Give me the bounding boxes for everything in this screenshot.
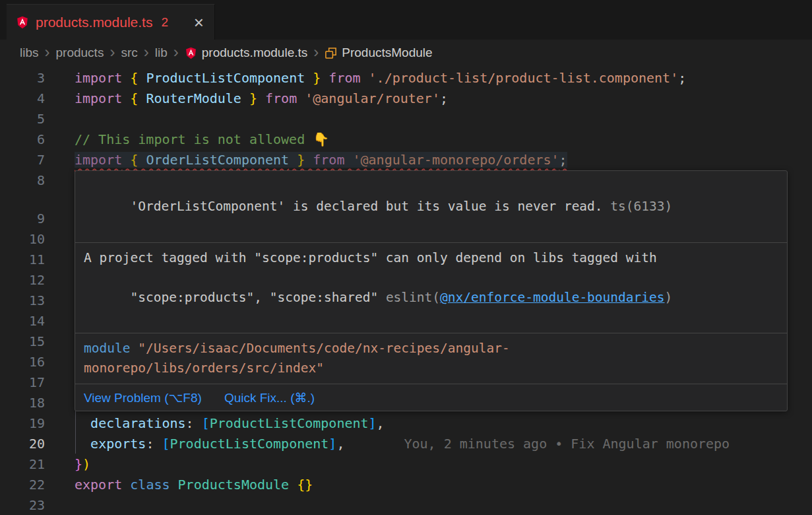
token — [138, 70, 146, 86]
module-keyword: module — [84, 341, 130, 356]
token: ; — [678, 70, 686, 86]
error-hover-tooltip: 'OrderListComponent' is declared but its… — [75, 170, 788, 411]
line-number: 22 — [0, 477, 45, 493]
token: ; — [440, 90, 448, 106]
token: } — [297, 152, 305, 168]
code-line-20[interactable]: 20 exports: [ProductListComponent],You, … — [0, 433, 812, 454]
eslint-source-open: eslint( — [386, 290, 440, 305]
line-content: exports: [ProductListComponent],You, 2 m… — [45, 436, 730, 452]
token — [122, 477, 130, 493]
line-content: }) — [45, 456, 90, 472]
line-number: 17 — [0, 374, 45, 390]
eslint-message-line2: "scope:products", "scope:shared" — [130, 290, 385, 305]
tab-close-icon[interactable]: × — [193, 14, 205, 31]
code-line-7[interactable]: 7import { OrderListComponent } from '@an… — [0, 149, 812, 170]
token: { — [130, 70, 138, 86]
token: RouterModule — [146, 90, 241, 106]
token: [ — [202, 415, 210, 431]
line-number: 21 — [0, 456, 45, 472]
line-number: 4 — [0, 90, 45, 106]
line-number: 12 — [0, 272, 45, 288]
module-path-line1: "/Users/isaac/Documents/code/nx-recipes/… — [130, 341, 509, 356]
token: {} — [297, 477, 313, 493]
token — [257, 90, 265, 106]
token: } — [75, 456, 82, 472]
hover-ts-diagnostic: 'OrderListComponent' is declared but its… — [75, 171, 787, 242]
line-content: import { RouterModule } from '@angular/r… — [45, 90, 448, 106]
token: ) — [82, 456, 90, 472]
code-line-5[interactable]: 5 — [0, 108, 812, 129]
view-problem-link[interactable]: View Problem (⌥F8) — [84, 390, 202, 405]
line-number: 23 — [0, 497, 45, 513]
code-line-23[interactable]: 23 — [0, 495, 812, 515]
token — [321, 70, 328, 86]
eslint-rule-link[interactable]: @nx/enforce-module-boundaries — [440, 290, 664, 305]
token — [75, 436, 90, 452]
eslint-message-line1: A project tagged with "scope:products" c… — [84, 250, 657, 265]
token: : — [146, 436, 162, 452]
token — [122, 90, 130, 106]
token: ] — [328, 436, 336, 452]
token: from — [265, 90, 297, 106]
token: import — [75, 90, 122, 106]
tab-error-badge: 2 — [161, 15, 168, 30]
tab-title: products.module.ts — [36, 15, 152, 30]
token — [241, 90, 249, 106]
token: import — [75, 70, 122, 86]
breadcrumb-separator: › — [138, 44, 155, 62]
line-content: declarations: [ProductListComponent], — [45, 415, 385, 431]
token — [289, 152, 297, 168]
breadcrumb-bar: libs › products › src › lib › products.m… — [0, 40, 812, 66]
code-line-21[interactable]: 21}) — [0, 454, 812, 474]
tab-products-module[interactable]: products.module.ts 2 × — [7, 4, 215, 40]
line-number: 6 — [0, 131, 45, 147]
token: } — [249, 90, 257, 106]
quick-fix-link[interactable]: Quick Fix... (⌘.) — [224, 390, 315, 405]
token: import — [75, 152, 122, 168]
token: from — [313, 152, 344, 168]
code-line-6[interactable]: 6// This import is not allowed 👇 — [0, 129, 812, 149]
hover-module-info: module "/Users/isaac/Documents/code/nx-r… — [75, 333, 787, 384]
breadcrumb-item-lib[interactable]: lib — [155, 46, 168, 60]
code-line-3[interactable]: 3import { ProductListComponent } from '.… — [0, 67, 812, 88]
token: ProductListComponent — [146, 70, 305, 86]
token: , — [336, 436, 344, 452]
code-line-4[interactable]: 4import { RouterModule } from '@angular/… — [0, 88, 812, 108]
code-line-19[interactable]: 19 declarations: [ProductListComponent], — [0, 413, 812, 433]
token — [305, 152, 313, 168]
token: OrderListComponent — [146, 152, 289, 168]
line-number: 10 — [0, 231, 45, 247]
line-number: 13 — [0, 292, 45, 308]
breadcrumb-item-src[interactable]: src — [121, 46, 137, 60]
token — [122, 70, 130, 86]
line-number: 3 — [0, 70, 45, 86]
breadcrumb-item-symbol[interactable]: ProductsModule — [325, 46, 432, 60]
token: [ — [162, 436, 170, 452]
breadcrumb-separator: › — [168, 44, 185, 62]
token — [305, 70, 313, 86]
error-squiggle: import { OrderListComponent } from '@ang… — [75, 152, 567, 168]
token: // This import is not allowed — [75, 131, 313, 147]
token — [170, 477, 178, 493]
breadcrumb-item-libs[interactable]: libs — [20, 46, 39, 60]
token: '@angular-monorepo/orders' — [353, 152, 559, 168]
line-number: 8 — [0, 172, 45, 188]
token: { — [130, 90, 138, 106]
token: from — [328, 70, 360, 86]
token: '@angular/router' — [305, 90, 440, 106]
code-line-22[interactable]: 22export class ProductsModule {} — [0, 474, 812, 495]
breadcrumb-item-products[interactable]: products — [56, 46, 104, 60]
line-content: import { OrderListComponent } from '@ang… — [45, 152, 567, 168]
token: export — [75, 477, 122, 493]
ts-diagnostic-text: 'OrderListComponent' is declared but its… — [130, 199, 602, 214]
token: ProductListComponent — [170, 436, 329, 452]
token: exports — [90, 436, 146, 452]
token — [138, 90, 146, 106]
breadcrumb-item-file[interactable]: products.module.ts — [185, 46, 308, 60]
token — [122, 152, 130, 168]
token: , — [377, 415, 385, 431]
eslint-source-close: ) — [665, 290, 673, 305]
token: 👇 — [313, 131, 329, 147]
breadcrumb-separator: › — [307, 44, 325, 62]
line-number: 15 — [0, 333, 45, 349]
